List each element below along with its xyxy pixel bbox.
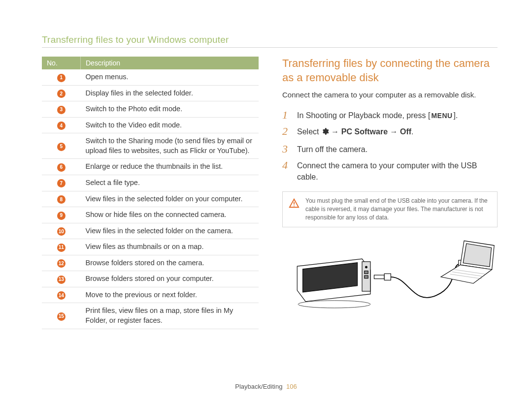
section-intro: Connect the camera to your computer as a… <box>282 91 498 99</box>
description-table: No. Description 1Open menus. 2Display fi… <box>42 57 259 329</box>
title-rule <box>42 47 498 48</box>
row-desc: Show or hide files on the connected came… <box>81 207 259 223</box>
table-row: 2Display files in the selected folder. <box>42 85 259 101</box>
page-footer: Playback/Editing 106 <box>0 383 532 390</box>
row-number-badge: 10 <box>57 227 66 236</box>
row-desc: Switch to the Video edit mode. <box>81 117 259 133</box>
row-number-badge: 8 <box>57 195 66 204</box>
table-header-no: No. <box>42 57 81 69</box>
step-2-pc-software: PC Software <box>341 127 388 136</box>
table-row: 13Browse folders stored on your computer… <box>42 271 259 287</box>
table-header-desc: Description <box>81 57 259 69</box>
row-desc: Switch to the Photo edit mode. <box>81 101 259 118</box>
row-number-badge: 15 <box>57 312 66 321</box>
warning-note: You must plug the small end of the USB c… <box>282 191 498 227</box>
row-number-badge: 14 <box>57 291 66 300</box>
gear-icon <box>321 127 329 138</box>
svg-point-4 <box>366 266 367 268</box>
footer-page-number: 106 <box>286 383 297 390</box>
step-2-off: Off <box>400 127 411 136</box>
row-number-badge: 11 <box>57 244 66 252</box>
row-number-badge: 12 <box>57 259 66 268</box>
row-number-badge: 1 <box>57 74 66 82</box>
camera-usb-laptop-illustration <box>282 236 498 315</box>
row-number-badge: 6 <box>57 163 66 172</box>
row-desc: View files in the selected folder on the… <box>81 223 259 239</box>
table-row: 4Switch to the Video edit mode. <box>42 117 259 133</box>
row-desc: Select a file type. <box>81 175 259 191</box>
step-3: Turn off the camera. <box>282 144 498 155</box>
row-number-badge: 4 <box>57 122 66 130</box>
row-desc: Open menus. <box>81 69 259 85</box>
row-desc: Move to the previous or next folder. <box>81 287 259 303</box>
footer-section: Playback/Editing <box>235 383 282 390</box>
warning-icon <box>289 198 299 211</box>
svg-rect-8 <box>374 275 385 279</box>
table-row: 5Switch to the Sharing mode (to send fil… <box>42 133 259 159</box>
svg-rect-9 <box>384 274 391 280</box>
table-row: 6Enlarge or reduce the thumbnails in the… <box>42 159 259 175</box>
step-2-arrow-1: → <box>329 127 341 136</box>
step-2: Select → PC Software → Off. <box>282 126 498 138</box>
page-title: Transferring files to your Windows compu… <box>42 34 498 45</box>
row-number-badge: 3 <box>57 106 66 114</box>
row-desc: View files in the selected folder on you… <box>81 191 259 207</box>
table-row: 10View files in the selected folder on t… <box>42 223 259 239</box>
step-1-text-b: ]. <box>454 111 458 120</box>
steps-list: In Shooting or Playback mode, press [MEN… <box>282 110 498 183</box>
row-desc: Browse folders stored on the camera. <box>81 255 259 271</box>
table-row: 11View files as thumbnails or on a map. <box>42 239 259 255</box>
step-4: Connect the camera to your computer with… <box>282 160 498 183</box>
row-number-badge: 2 <box>57 90 66 98</box>
row-number-badge: 13 <box>57 276 66 284</box>
row-desc: Switch to the Sharing mode (to send file… <box>81 133 259 159</box>
table-row: 9Show or hide files on the connected cam… <box>42 207 259 223</box>
warning-text: You must plug the small end of the USB c… <box>305 197 490 221</box>
step-3-text: Turn off the camera. <box>297 144 367 155</box>
step-4-text: Connect the camera to your computer with… <box>297 160 498 183</box>
step-2-period: . <box>411 127 413 136</box>
table-row: 7Select a file type. <box>42 175 259 191</box>
step-2-arrow-2: → <box>388 127 400 136</box>
step-1: In Shooting or Playback mode, press [MEN… <box>282 110 498 121</box>
table-row: 8View files in the selected folder on yo… <box>42 191 259 207</box>
row-desc: View files as thumbnails or on a map. <box>81 239 259 255</box>
row-number-badge: 5 <box>57 143 66 151</box>
step-2-text-a: Select <box>297 127 321 136</box>
row-desc: Enlarge or reduce the thumbnails in the … <box>81 159 259 175</box>
svg-rect-5 <box>365 271 368 274</box>
row-desc: Display files in the selected folder. <box>81 85 259 101</box>
row-desc: Print files, view files on a map, store … <box>81 303 259 329</box>
menu-button-label: MENU <box>430 111 453 121</box>
svg-point-7 <box>298 300 370 308</box>
section-heading: Transferring files by connecting the cam… <box>282 57 498 85</box>
row-number-badge: 7 <box>57 179 66 187</box>
svg-rect-6 <box>365 276 368 278</box>
step-1-text-a: In Shooting or Playback mode, press [ <box>297 111 430 120</box>
table-row: 14Move to the previous or next folder. <box>42 287 259 303</box>
row-number-badge: 9 <box>57 212 66 220</box>
table-row: 3Switch to the Photo edit mode. <box>42 101 259 118</box>
table-row: 1Open menus. <box>42 69 259 85</box>
table-row: 15Print files, view files on a map, stor… <box>42 303 259 329</box>
table-row: 12Browse folders stored on the camera. <box>42 255 259 271</box>
row-desc: Browse folders stored on your computer. <box>81 271 259 287</box>
svg-point-2 <box>294 206 295 207</box>
